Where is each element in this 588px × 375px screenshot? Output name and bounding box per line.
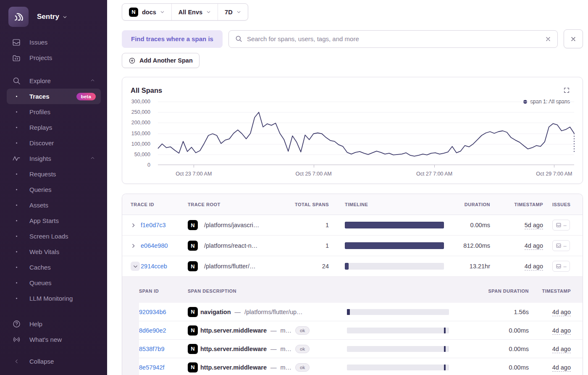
trace-root-cell: N /platforms/flutter/… xyxy=(188,261,287,271)
close-icon xyxy=(570,36,577,42)
span-search-box xyxy=(228,30,558,48)
expand-row-chevron[interactable] xyxy=(131,243,141,249)
span-duration-value: 1.56s xyxy=(449,309,529,315)
chart-plot-area[interactable]: Oct 23 7:00 AM Oct 25 7:00 AM Oct 27 7:0… xyxy=(158,102,574,165)
span-id-link[interactable]: 8d6e90e2 xyxy=(139,327,188,334)
projects-icon xyxy=(12,53,21,63)
sidebar-section-explore[interactable]: Explore xyxy=(0,73,107,89)
sidebar-item-queues[interactable]: Queues xyxy=(0,275,107,291)
span-timeline-bar xyxy=(347,309,449,315)
find-traces-label[interactable]: Find traces where a span is xyxy=(122,30,223,48)
issues-button[interactable]: – xyxy=(552,240,570,251)
remove-span-button[interactable] xyxy=(564,29,583,48)
expand-row-chevron[interactable] xyxy=(131,223,141,228)
sidebar-item-profiles[interactable]: Profiles xyxy=(0,104,107,120)
bullet-icon xyxy=(12,189,21,190)
nextjs-icon: N xyxy=(188,325,198,336)
span-id-link[interactable]: 920934b6 xyxy=(139,309,188,315)
timestamp-link[interactable]: 4d ago xyxy=(552,346,571,353)
sidebar-item-label: Web Vitals xyxy=(29,248,59,255)
timestamp-link[interactable]: 4d ago xyxy=(525,263,543,270)
sidebar-item-issues[interactable]: Issues xyxy=(0,34,107,50)
expanded-span-section: SPAN ID SPAN DESCRIPTION SPAN DURATION T… xyxy=(122,277,583,375)
sidebar: Sentry Issues Projects xyxy=(0,0,107,375)
sidebar-item-label: Help xyxy=(29,320,42,328)
span-timeline-bar xyxy=(347,346,449,352)
org-switcher[interactable]: Sentry xyxy=(0,5,107,29)
sidebar-item-help[interactable]: Help xyxy=(0,316,107,332)
issues-button[interactable]: – xyxy=(552,261,570,272)
expand-chart-icon[interactable] xyxy=(563,87,570,95)
span-description: http.server.middleware — m… ok xyxy=(200,326,331,335)
timestamp-link[interactable]: 4d ago xyxy=(525,242,543,250)
issues-button[interactable]: – xyxy=(552,220,570,231)
broadcast-icon xyxy=(12,335,21,344)
duration-value: 812.00ms xyxy=(444,242,490,249)
sidebar-item-label: Requests xyxy=(29,170,56,178)
sidebar-item-screen-loads[interactable]: Screen Loads xyxy=(0,228,107,244)
status-badge: ok xyxy=(295,363,310,372)
timestamp-link[interactable]: 4d ago xyxy=(552,327,571,335)
span-duration-value: 0.00ms xyxy=(449,364,529,371)
sidebar-item-label: Issues xyxy=(29,39,47,46)
project-selector[interactable]: N docs xyxy=(122,4,171,20)
span-search-input[interactable] xyxy=(247,35,541,42)
bullet-icon xyxy=(12,173,21,175)
chevron-down-icon xyxy=(63,15,67,19)
timestamp-link[interactable]: 4d ago xyxy=(552,309,571,316)
span-description: navigation — /platforms/flutter/up… xyxy=(200,309,331,315)
status-badge: ok xyxy=(295,345,310,353)
environment-selector[interactable]: All Envs xyxy=(171,4,218,20)
search-icon xyxy=(235,35,243,43)
bullet-icon xyxy=(12,111,21,113)
status-badge: ok xyxy=(295,326,310,335)
col-span-duration: SPAN DURATION xyxy=(449,288,529,294)
col-total-spans: TOTAL SPANS xyxy=(287,202,329,207)
bullet-icon xyxy=(12,251,21,252)
sidebar-item-app-starts[interactable]: App Starts xyxy=(0,213,107,228)
chevron-down-icon xyxy=(160,10,165,14)
span-duration-value: 0.00ms xyxy=(449,327,529,334)
col-trace-root: TRACE ROOT xyxy=(188,202,287,207)
nextjs-icon: N xyxy=(188,261,198,271)
sidebar-item-llm-monitoring[interactable]: LLM Monitoring xyxy=(0,291,107,306)
bullet-icon xyxy=(12,96,21,97)
sidebar-section-insights[interactable]: Insights xyxy=(0,151,107,166)
duration-value: 0.00ms xyxy=(444,222,490,228)
sidebar-item-caches[interactable]: Caches xyxy=(0,260,107,275)
timeline-bar xyxy=(345,263,444,270)
timestamp-link[interactable]: 4d ago xyxy=(552,364,571,372)
sidebar-item-web-vitals[interactable]: Web Vitals xyxy=(0,244,107,260)
sidebar-item-label: Collapse xyxy=(29,358,54,365)
sidebar-item-queries[interactable]: Queries xyxy=(0,182,107,197)
clear-search-icon[interactable] xyxy=(545,36,551,42)
sentry-logo-icon xyxy=(8,7,29,27)
sidebar-item-traces[interactable]: Traces beta xyxy=(7,89,101,104)
sidebar-collapse-button[interactable]: Collapse xyxy=(0,354,107,369)
pulse-icon xyxy=(12,154,21,163)
issues-icon xyxy=(12,38,21,47)
spans-line-chart xyxy=(158,102,574,165)
span-duration-value: 0.00ms xyxy=(449,346,529,352)
bullet-icon xyxy=(12,282,21,283)
sidebar-item-discover[interactable]: Discover xyxy=(0,135,107,151)
beta-badge: beta xyxy=(76,93,96,100)
span-row: 8e57942f N http.server.middleware — m… o… xyxy=(139,358,583,375)
trace-id-link[interactable]: e064e980 xyxy=(141,242,188,249)
sidebar-item-replays[interactable]: Replays xyxy=(0,120,107,135)
sidebar-item-whats-new[interactable]: What's new xyxy=(0,332,107,347)
col-issues: ISSUES xyxy=(552,202,576,207)
trace-id-link[interactable]: f1e0d7c3 xyxy=(141,222,188,228)
sidebar-item-assets[interactable]: Assets xyxy=(0,197,107,213)
span-id-link[interactable]: 8e57942f xyxy=(139,364,188,371)
collapse-row-chevron[interactable] xyxy=(131,262,141,271)
span-id-link[interactable]: 8538f7b9 xyxy=(139,346,188,352)
all-spans-chart-panel: All Spans span 1: All spans 300,000 250,… xyxy=(122,77,583,184)
trace-id-link[interactable]: 2914cceb xyxy=(141,263,188,270)
sidebar-item-requests[interactable]: Requests xyxy=(0,166,107,182)
timestamp-link[interactable]: 5d ago xyxy=(525,222,543,229)
add-another-span-button[interactable]: Add Another Span xyxy=(122,53,200,68)
col-trace-id: TRACE ID xyxy=(131,202,188,207)
sidebar-item-projects[interactable]: Projects xyxy=(0,50,107,66)
date-range-selector[interactable]: 7D xyxy=(218,4,248,20)
